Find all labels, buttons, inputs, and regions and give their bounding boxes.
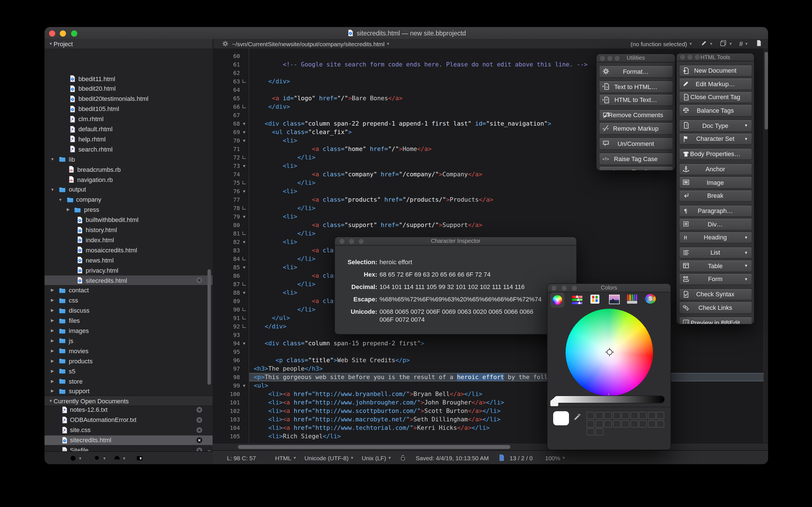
close-window-button[interactable] — [49, 30, 55, 36]
sidebar-item-bbedit105-html[interactable]: bbedit105.html — [45, 104, 212, 114]
swatch-cell[interactable] — [595, 420, 603, 427]
code-line-104[interactable]: <li><a href="http://www.techtorial.com/"… — [249, 424, 768, 432]
html-tools-button-heading[interactable]: HHeading▼ — [679, 231, 752, 243]
swatch-cell[interactable] — [604, 420, 612, 427]
fold-open-triangle[interactable]: ▼ — [243, 383, 245, 388]
sidebar-item-support[interactable]: ▶support — [45, 386, 212, 396]
current-color-swatch[interactable] — [553, 411, 569, 425]
swatch-cell[interactable] — [656, 420, 664, 427]
html-tools-button-div[interactable]: Div… — [679, 218, 752, 230]
utilities-button-remove-markup[interactable]: </>Remove Markup — [599, 122, 673, 134]
close-document-button[interactable] — [196, 406, 203, 414]
sidebar-item-output[interactable]: ▼output — [45, 185, 212, 194]
html-tools-button-form[interactable]: Form▼ — [679, 273, 752, 285]
path-dropdown-caret[interactable]: ▼ — [386, 42, 390, 46]
sidebar-item-press[interactable]: ▶press — [45, 205, 212, 214]
open-doc-site-css[interactable]: site.css — [45, 425, 212, 435]
function-dropdown-caret[interactable]: ▼ — [689, 42, 693, 46]
fold-open-triangle[interactable]: ▼ — [243, 121, 245, 126]
sidebar-item-bbedit11-html[interactable]: bbedit11.html — [45, 74, 212, 83]
counterparts-icon[interactable] — [720, 40, 727, 48]
palette-dot[interactable] — [688, 55, 693, 60]
code-line-99[interactable]: <ul> — [249, 381, 768, 390]
sidebar-item-default-rhtml[interactable]: default.rhtml — [45, 124, 212, 134]
markers-pen-icon[interactable] — [700, 40, 708, 48]
disclosure-triangle[interactable]: ▶ — [50, 339, 55, 343]
code-line-103[interactable]: <li><a href="http://www.macrobyte.net/">… — [249, 415, 768, 424]
utilities-button-html-to-text[interactable]: THTML to Text… — [599, 94, 673, 106]
close-document-button[interactable] — [196, 277, 203, 285]
fold-open-triangle[interactable]: ▼ — [243, 265, 245, 270]
magnifier-toolbar-button[interactable]: ▼ — [94, 455, 106, 462]
line-endings-menu[interactable]: Unix (LF)▼ — [362, 454, 391, 461]
swatch-cell[interactable] — [621, 412, 629, 419]
pencils-mode-icon[interactable] — [627, 294, 637, 303]
language-menu[interactable]: HTML▼ — [275, 454, 297, 461]
palette-dot[interactable] — [615, 55, 620, 61]
disclosure-triangle[interactable]: ▶ — [50, 358, 55, 363]
open-doc-notes-12-6-txt[interactable]: notes-12.6.txt — [45, 405, 212, 414]
swatch-cell[interactable] — [587, 428, 594, 436]
unlocked-icon[interactable] — [399, 454, 407, 461]
sidebar-item-privacy-html[interactable]: privacy.html — [45, 265, 212, 275]
error-counts[interactable]: 13 / 2 / 0 — [510, 454, 533, 461]
character-inspector-titlebar[interactable]: Character Inspector — [335, 237, 576, 245]
image-palette-mode-icon[interactable] — [609, 294, 620, 304]
sidebar-item-breadcrumbs-rb[interactable]: rbbreadcrumbs.rb — [45, 165, 212, 174]
swatch-cell[interactable] — [630, 420, 638, 427]
sidebar-item-images[interactable]: ▶images — [45, 326, 212, 335]
utilities-button-un-comment[interactable]: !--Un/Comment — [599, 137, 673, 150]
counterparts-caret[interactable]: ▼ — [729, 42, 732, 46]
html-tools-button-new-document[interactable]: New Document — [679, 64, 752, 76]
sidebar-item-mosaiccredits-html[interactable]: mosaiccredits.html — [45, 245, 212, 255]
swatch-grid[interactable] — [587, 412, 666, 436]
sidebar-item-company[interactable]: ▼company — [45, 195, 212, 205]
sidebar-item-lib[interactable]: ▼lib — [45, 154, 212, 164]
project-scrollbar-thumb[interactable] — [207, 269, 211, 385]
swatch-cell[interactable] — [604, 412, 612, 419]
eyedropper-icon[interactable] — [573, 413, 581, 424]
disclosure-triangle[interactable]: ▶ — [50, 318, 55, 323]
palette-dot[interactable] — [695, 55, 700, 60]
cloud-toolbar-button[interactable]: ▼ — [113, 455, 126, 462]
swatch-cell[interactable] — [630, 412, 638, 419]
html-tools-button-balance-tags[interactable]: Balance Tags — [679, 104, 752, 116]
open-docs-disclosure-triangle[interactable]: ▼ — [48, 399, 54, 403]
fold-open-triangle[interactable]: ▼ — [243, 240, 245, 244]
swatch-cell[interactable] — [587, 412, 594, 419]
sidebar-item-js[interactable]: ▶js — [45, 336, 212, 346]
symbols-hash-icon[interactable]: # — [739, 40, 743, 48]
html-tools-button-edit-markup[interactable]: Edit Markup… — [679, 78, 752, 90]
file-options-gear[interactable] — [221, 40, 229, 47]
function-popup[interactable]: (no function selected) — [630, 40, 687, 47]
disclosure-triangle[interactable]: ▶ — [50, 379, 55, 383]
fold-open-triangle[interactable]: ▼ — [243, 164, 245, 168]
color-palettes-mode-icon[interactable] — [591, 294, 599, 303]
sidebar-item-store[interactable]: ▶store — [45, 376, 212, 386]
code-line-98[interactable]: <p>This gorgeous web site before you is … — [249, 373, 768, 381]
fold-open-triangle[interactable]: ▼ — [243, 290, 245, 295]
brightness-slider[interactable] — [554, 396, 664, 402]
sidebar-item-news-html[interactable]: news.html — [45, 255, 212, 265]
colors-titlebar[interactable]: Colors — [548, 284, 670, 292]
window-titlebar[interactable]: sitecredits.html — new site.bbprojectd — [45, 27, 768, 40]
html-tools-titlebar[interactable]: HTML Tools — [677, 53, 754, 61]
sidebar-item-search-rhtml[interactable]: search.rhtml — [45, 145, 212, 154]
html-tools-button-list[interactable]: List▼ — [679, 246, 752, 259]
sidebar-item-clm-rhtml[interactable]: clm.rhtml — [45, 114, 212, 124]
swatches-plugin-mode-icon[interactable]: S — [645, 294, 656, 303]
swatch-cell[interactable] — [613, 412, 620, 419]
color-wheel-crosshair[interactable] — [605, 348, 614, 356]
encoding-menu[interactable]: Unicode (UTF-8)▼ — [305, 454, 354, 461]
vertical-scrollbar[interactable] — [763, 48, 768, 443]
disclosure-triangle[interactable]: ▶ — [50, 349, 55, 353]
sidebar-item-s5[interactable]: ▶s5 — [45, 366, 212, 376]
swatch-cell[interactable] — [648, 412, 656, 419]
color-sliders-mode-icon[interactable] — [572, 295, 582, 304]
html-tools-button-table[interactable]: Table▼ — [679, 260, 752, 272]
swatch-cell[interactable] — [639, 412, 647, 419]
palette-dot[interactable] — [349, 238, 354, 244]
html-tools-button-paragraph[interactable]: ¶Paragraph… — [679, 205, 752, 217]
html-tools-button-preview-in-bbedit[interactable]: {}Preview in BBEdit — [679, 317, 752, 324]
swatch-cell[interactable] — [595, 412, 603, 419]
